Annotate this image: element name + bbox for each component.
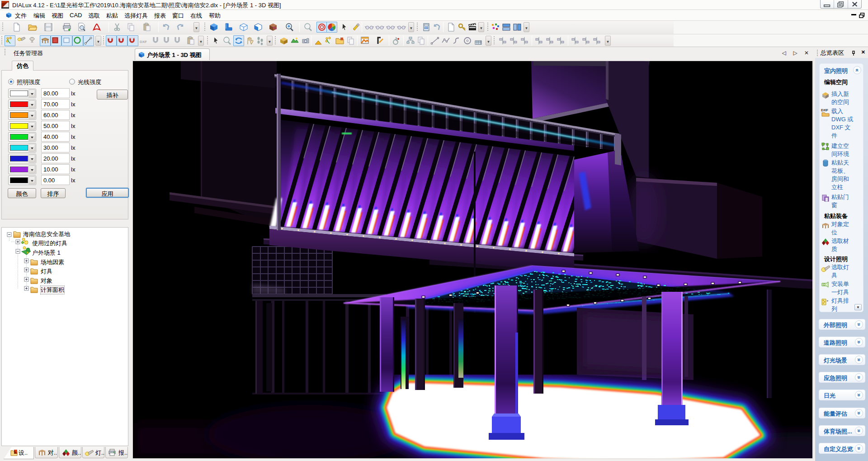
svg-text:DXF: DXF xyxy=(821,108,828,112)
